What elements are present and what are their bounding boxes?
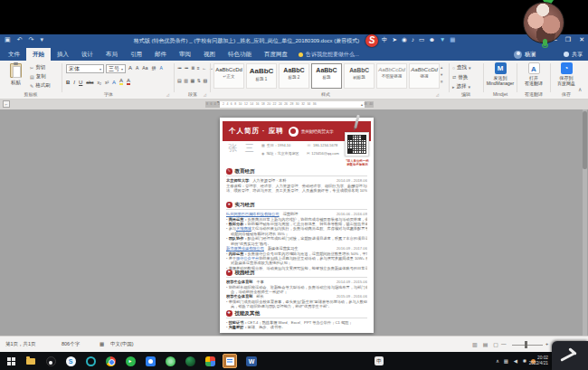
superscript-icon[interactable]: x² [105,80,109,85]
active-screen-tool-icon[interactable] [223,354,237,368]
multilevel-list-icon[interactable]: ≣ [191,65,194,71]
tab-view[interactable]: 视图 [197,48,222,61]
mic-icon[interactable]: ♪ [412,36,414,44]
align-right-icon[interactable]: ▦ [190,78,194,83]
scrollbar-thumb[interactable] [583,111,587,169]
underline-icon[interactable]: U [79,80,82,85]
tab-insert[interactable]: 插入 [51,48,75,61]
webcam-video-bubble[interactable] [523,2,564,43]
font-size-combobox[interactable]: 三号▾ [106,64,126,73]
screen-icon[interactable]: ▭ [419,36,424,44]
styles-up-icon[interactable]: ▴ [441,65,443,70]
tab-review[interactable]: 审阅 [173,48,197,61]
green-app-icon[interactable] [163,354,177,368]
style-heading2[interactable]: AaBbC 标题 2 [279,63,309,89]
suite-app-icon[interactable] [203,354,217,368]
tab-mailings[interactable]: 邮件 [148,48,173,61]
copy-button[interactable]: ▤复制 [30,73,51,80]
start-button[interactable] [4,354,18,368]
tray-settings-icon[interactable]: ✱ [522,358,526,364]
horizontal-ruler[interactable]: 8 6 4 2 2 4 6 8 10 12 14 16 18 20 22 24 … [205,101,374,108]
right-indent-marker[interactable]: ▴ [361,102,363,107]
number-list-icon[interactable]: ≔ [185,65,189,71]
tab-baidu-netdisk[interactable]: 百度网盘 [258,48,294,61]
file-explorer-icon[interactable] [24,354,38,368]
subscript-icon[interactable]: x₂ [97,80,100,85]
close-button[interactable]: ✕ [579,36,584,43]
inline-link[interactable]: 微信公众平台 [236,256,259,261]
style-title[interactable]: AaBbC 标题 [311,63,342,89]
clear-format-icon[interactable]: A [159,65,162,71]
account-badge[interactable]: 杨澜 [514,48,536,61]
paragraph-dialog-launcher-icon[interactable]: ◿ [204,92,206,97]
decrease-indent-icon[interactable]: ← [202,65,206,71]
company-link[interactable]: 杭州阿里巴巴网络科技有限公司 [226,212,280,216]
styles-dialog-launcher-icon[interactable]: ◿ [436,92,439,97]
format-painter-button[interactable]: ✎格式刷 [30,82,51,89]
word-count[interactable]: 806个字 [62,341,80,347]
zoom-slider[interactable] [512,345,543,346]
zoom-slider-thumb[interactable] [525,341,527,348]
teal-ring-app-icon[interactable] [83,354,98,368]
vertical-scrollbar[interactable] [583,109,587,336]
text-effects-icon[interactable]: A [112,80,116,85]
styles-more-icon[interactable]: ≡ [441,80,443,84]
style-heading1[interactable]: AaBbC 标题 1 [246,63,277,89]
phonetic-guide-icon[interactable]: 拼 [151,65,156,71]
undo-icon[interactable]: ↶ [17,36,23,43]
style-normal[interactable]: AaBbCcDd ↵正文 [213,63,244,89]
tab-special-features[interactable]: 特色功能 [222,48,258,61]
recorder-widget[interactable] [552,341,588,370]
dark-green-app-icon[interactable] [183,354,197,368]
tray-expand-icon[interactable]: ∧ [496,358,499,364]
bullet-list-icon[interactable]: ≔ [177,65,182,71]
find-button[interactable]: ○查找▾ [452,64,471,71]
strikethrough-icon[interactable]: abc [86,80,93,85]
share-button[interactable]: 共享 [564,48,583,61]
meeting-app-icon[interactable] [143,354,157,368]
tray-volume-icon[interactable]: ◀ [514,358,517,364]
tab-home[interactable]: 开始 [26,48,51,61]
open-youdao-translate-button[interactable]: A 打开有道翻译 [519,62,548,86]
send-to-mindmanager-button[interactable]: M 发送到MindManager [486,62,515,86]
read-mode-icon[interactable]: ▥ [472,341,478,347]
input-method-icon[interactable]: 中 [382,36,388,44]
grow-font-icon[interactable]: A [128,65,132,71]
language-indicator[interactable]: 中文(中国) [110,341,134,347]
web-layout-icon[interactable]: ▢ [493,341,498,347]
tell-me-box[interactable]: 告诉我您想要做什么... [299,48,359,61]
first-line-indent-marker[interactable]: ▾ [217,100,219,104]
cut-button[interactable]: ✂剪切 [30,64,51,71]
zoom-in-icon[interactable]: + [545,341,548,346]
font-family-combobox[interactable]: 宋体▾ [66,64,104,73]
highlight-color-icon[interactable]: A [119,78,123,85]
collapse-ribbon-icon[interactable]: ∧ [578,86,582,92]
word-taskbar-icon[interactable]: W [244,354,259,368]
redo-icon[interactable]: ↷ [29,36,34,43]
member-icon[interactable]: ☻ [429,36,435,44]
shading-icon[interactable]: ▧ [203,78,207,83]
line-spacing-icon[interactable]: ⇅ [197,78,201,83]
qat-more-icon[interactable]: ▾ [40,36,43,43]
align-icon[interactable]: ≡ [197,65,200,71]
italic-icon[interactable]: I [73,80,75,85]
shrink-font-icon[interactable]: A [136,65,138,71]
replace-button[interactable]: ⇄替换 [452,74,471,81]
resume-page[interactable]: 个人简历 · 应聘 贵州财经商贸大学 *用人单位扫一扫 获取电子版简历 张 三 … [220,118,374,333]
tab-references[interactable]: 引用 [124,48,148,61]
screen-share-app-logo[interactable]: S [365,34,378,47]
font-dialog-launcher-icon[interactable]: ◿ [166,92,169,97]
style-subtle-emphasis[interactable]: AaBbCcDd 不明显强调 [376,63,407,89]
proofing-icon[interactable]: ▦ [100,341,104,346]
skype-icon[interactable]: S [63,354,78,368]
style-emphasis[interactable]: AaBbCcDd 强调 [409,63,440,89]
restore-button[interactable]: ❐ [565,36,571,43]
chrome-icon[interactable] [103,354,118,368]
style-subtitle[interactable]: AaBbC 副标题 [344,63,375,89]
tab-file[interactable]: 文件 [2,48,26,61]
save-icon[interactable]: ▣ [5,36,11,43]
font-color-icon[interactable]: A [127,78,130,85]
media-player-icon[interactable]: ▸ [123,354,138,368]
bold-icon[interactable]: B [66,80,70,85]
tab-layout[interactable]: 布局 [100,48,124,61]
